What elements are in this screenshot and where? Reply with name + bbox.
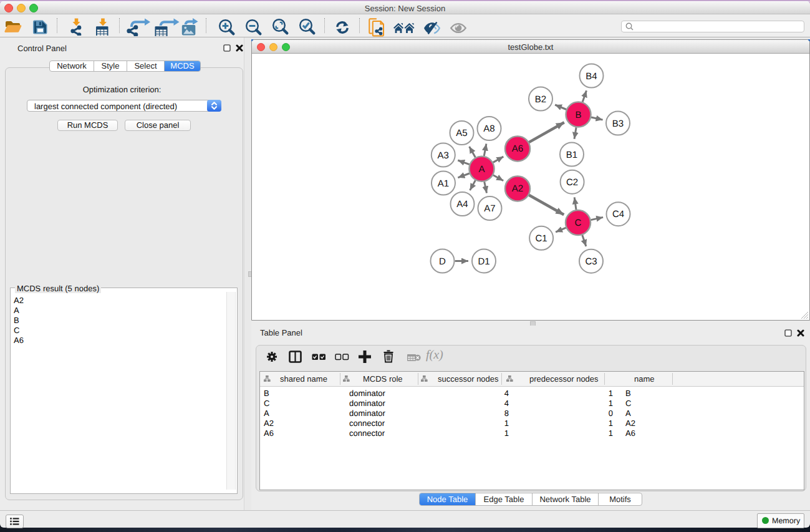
svg-text:C1: C1 — [536, 233, 547, 244]
svg-text:A4: A4 — [456, 199, 468, 210]
svg-text:B4: B4 — [586, 71, 597, 82]
svg-text:A8: A8 — [483, 123, 494, 134]
svg-text:A7: A7 — [484, 203, 495, 214]
svg-text:C2: C2 — [566, 177, 578, 188]
svg-text:C4: C4 — [612, 209, 624, 220]
svg-text:A1: A1 — [438, 178, 449, 189]
svg-text:C: C — [575, 218, 582, 228]
svg-text:A5: A5 — [456, 128, 467, 138]
svg-text:B1: B1 — [566, 150, 577, 160]
svg-text:A6: A6 — [512, 143, 523, 154]
svg-text:A: A — [478, 164, 485, 175]
svg-text:D: D — [439, 256, 446, 267]
svg-text:B: B — [575, 110, 581, 120]
svg-text:D1: D1 — [478, 256, 489, 267]
svg-text:B3: B3 — [612, 118, 624, 129]
svg-text:B2: B2 — [535, 94, 546, 105]
svg-text:A3: A3 — [438, 150, 449, 161]
svg-text:A2: A2 — [512, 183, 523, 194]
svg-text:C3: C3 — [585, 256, 597, 267]
